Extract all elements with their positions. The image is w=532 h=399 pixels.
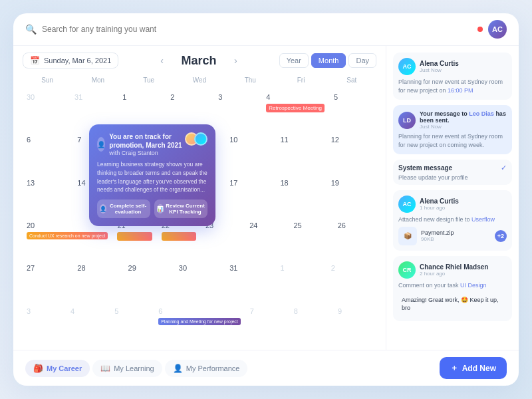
cal-cell[interactable]: 28 xyxy=(73,259,122,300)
msg-header-3: AC Alena Curtis 1 hour ago xyxy=(398,196,507,213)
calendar-grid: 30 31 1 2 3 4Retrospective Meeting 5 6 7… xyxy=(23,88,376,343)
msg-name-1: Alena Curtis xyxy=(420,60,507,67)
cal-cell[interactable]: 4Retrospective Meeting xyxy=(262,88,329,129)
msg-text-2: Planning for new event at Sydney room fo… xyxy=(398,132,507,149)
tab-my-performance[interactable]: 👤 My Performance xyxy=(165,360,248,377)
month-nav: ‹ March › xyxy=(156,54,241,68)
cal-cell[interactable]: 29 xyxy=(124,259,174,300)
cal-cell[interactable]: 5 xyxy=(110,302,153,343)
day-header-sat: Sat xyxy=(327,75,376,85)
cal-cell[interactable]: 10 xyxy=(225,130,275,172)
cal-cell[interactable]: 11 xyxy=(276,130,325,172)
system-message-card: System message ✓ Please update your prof… xyxy=(393,160,512,185)
msg-header-1: AC Alena Curtis Just Now xyxy=(398,58,507,75)
msg-time-2: Just Now xyxy=(420,124,507,130)
cal-cell[interactable]: 27 xyxy=(23,259,72,300)
msg-header-4: CR Chance Rhiel Madsen 2 hour ago xyxy=(398,261,507,279)
search-right: AC xyxy=(477,20,507,39)
popup-avatar xyxy=(194,132,207,146)
message-card-1: AC Alena Curtis Just Now Planning for ne… xyxy=(393,53,512,100)
self-eval-label: Complete self-evaluation xyxy=(108,203,148,215)
cal-cell[interactable]: 7 xyxy=(246,302,289,343)
sys-text: Please update your profile xyxy=(398,174,507,181)
cal-cell[interactable]: 24 xyxy=(245,216,288,257)
tab-career-label: My Career xyxy=(47,364,82,372)
tab-my-learning[interactable]: 📖 My Learning xyxy=(92,360,162,377)
cal-cell[interactable]: 2 xyxy=(166,88,213,129)
event-tag xyxy=(162,232,196,241)
cal-cell[interactable]: 3 xyxy=(23,302,65,343)
cal-cell[interactable]: 30 xyxy=(175,259,224,300)
message-card-2: LD Your message to Leo Dias has been sen… xyxy=(393,105,512,154)
cal-cell[interactable]: 31 xyxy=(70,88,117,129)
cal-cell[interactable]: 12 xyxy=(327,130,376,172)
attachment-badge: +2 xyxy=(495,230,507,242)
msg-time-3: 1 hour ago xyxy=(420,205,507,211)
cal-cell[interactable]: 17 xyxy=(225,174,275,215)
popup-avatars xyxy=(185,132,207,146)
add-new-button[interactable]: ＋ Add New xyxy=(440,357,507,379)
msg-text-1: Planning for new event at Sydney room fo… xyxy=(398,78,507,94)
msg-name-3: Alena Curtis xyxy=(420,198,507,205)
avatar-alena-1: AC xyxy=(398,58,416,75)
tab-my-career[interactable]: 🎒 My Career xyxy=(25,360,90,377)
popup-actions: 👤 Complete self-evaluation 📊 Review Curr… xyxy=(97,200,207,218)
cal-cell[interactable]: 1 xyxy=(276,259,325,300)
calendar-panel: 📅 Sunday, Mar 6, 2021 ‹ March › Year Mon… xyxy=(13,46,386,350)
date-badge: 📅 Sunday, Mar 6, 2021 xyxy=(23,53,118,68)
year-view-button[interactable]: Year xyxy=(279,53,309,68)
day-view-button[interactable]: Day xyxy=(348,53,376,68)
cal-cell[interactable]: 6Planning and Meeting for new project xyxy=(154,302,245,343)
bottom-tabs: 🎒 My Career 📖 My Learning 👤 My Performan… xyxy=(25,360,247,377)
popup-person-icon: 👤 xyxy=(97,137,105,152)
user-avatar[interactable]: AC xyxy=(488,20,507,39)
day-header-wed: Wed xyxy=(175,75,224,85)
complete-self-eval-button[interactable]: 👤 Complete self-evaluation xyxy=(97,200,150,218)
msg-name-row-2: Your message to Leo Dias has been sent. … xyxy=(420,110,507,130)
popup-header: 👤 You are on track for promotion, March … xyxy=(97,132,207,156)
prev-month-button[interactable]: ‹ xyxy=(156,54,168,67)
popup-description: Learning business strategy shows you are… xyxy=(97,160,207,194)
cal-cell[interactable]: 30 xyxy=(23,88,69,129)
cal-cell[interactable]: 9 xyxy=(334,302,376,343)
cal-cell[interactable]: 13 xyxy=(23,174,72,215)
career-icon: 🎒 xyxy=(33,364,43,373)
cal-cell[interactable]: 2 xyxy=(327,259,376,300)
month-view-button[interactable]: Month xyxy=(311,53,346,68)
event-tag: Conduct UX research on new project xyxy=(27,232,108,239)
sys-header: System message ✓ xyxy=(398,164,507,172)
day-header-fri: Fri xyxy=(276,75,325,85)
msg-header-2: LD Your message to Leo Dias has been sen… xyxy=(398,110,507,130)
cal-cell[interactable]: 25 xyxy=(289,216,332,257)
main-card: 🔍 AC 📅 Sunday, Mar 6, 2021 ‹ March › xyxy=(13,13,519,386)
msg-name-row-1: Alena Curtis Just Now xyxy=(420,60,507,73)
day-header-tue: Tue xyxy=(124,75,174,85)
calendar-icon: 📅 xyxy=(30,56,40,65)
attachment-name: Payment.zip xyxy=(421,229,491,236)
tab-performance-label: My Performance xyxy=(186,364,240,372)
cal-cell[interactable]: 8 xyxy=(290,302,332,343)
cal-cell[interactable]: 6 xyxy=(23,130,72,172)
cal-cell[interactable]: 4 xyxy=(66,302,109,343)
cal-cell[interactable]: 3 xyxy=(214,88,261,129)
cal-row-6: 3 4 5 6Planning and Meeting for new proj… xyxy=(23,302,376,343)
cal-cell[interactable]: 18 xyxy=(276,174,325,215)
review-kpi-button[interactable]: 📊 Review Current KPI Tracking xyxy=(154,200,207,218)
cal-cell[interactable]: 19 xyxy=(327,174,376,215)
popup-subtitle: with Craig Stanton xyxy=(109,150,185,156)
view-buttons: Year Month Day xyxy=(279,53,376,68)
promotion-popup: 👤 You are on track for promotion, March … xyxy=(89,124,215,226)
cal-cell[interactable]: 31 xyxy=(225,259,275,300)
cal-cell[interactable]: 1 xyxy=(118,88,165,129)
msg-name-2: Your message to Leo Dias has been sent. xyxy=(420,110,507,124)
search-bar: 🔍 AC xyxy=(13,13,519,46)
next-month-button[interactable]: › xyxy=(230,54,241,67)
notification-dot[interactable] xyxy=(477,27,483,32)
avatar-leo: LD xyxy=(398,112,416,129)
performance-icon: 👤 xyxy=(173,364,183,373)
add-icon: ＋ xyxy=(450,362,458,374)
cal-cell[interactable]: 26 xyxy=(334,216,376,257)
search-input[interactable] xyxy=(42,25,472,34)
cal-cell[interactable]: 5 xyxy=(330,88,376,129)
message-card-3: AC Alena Curtis 1 hour ago Attached new … xyxy=(393,190,512,251)
